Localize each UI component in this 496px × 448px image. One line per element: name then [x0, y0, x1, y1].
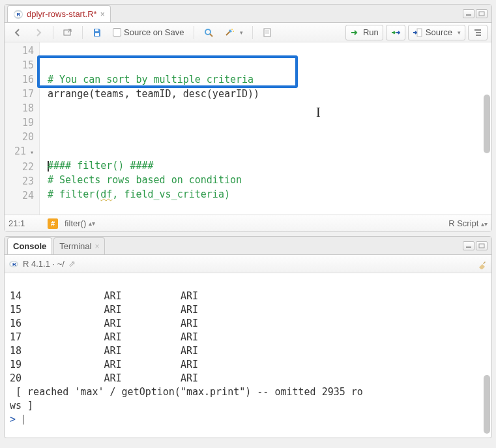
svg-rect-7	[95, 33, 99, 36]
updown-icon: ▴▾	[481, 220, 488, 228]
code-line-21: #### filter() ####	[48, 160, 154, 172]
svg-text:R: R	[12, 261, 16, 267]
window-buttons	[463, 5, 491, 22]
console-pane: Console Terminal × R R 4.1.1 · ~/ ⇗ 14 A…	[4, 236, 492, 438]
console-row: 18 ARI ARI	[10, 345, 198, 357]
svg-rect-21	[479, 244, 484, 248]
close-icon[interactable]: ×	[95, 242, 99, 251]
source-toolbar: Source on Save ▾ Run Source ▾	[5, 23, 491, 42]
editor[interactable]: 14 15 16 17 18 19 20 21 ▾ 22 23 24 # You…	[5, 42, 491, 215]
svg-rect-3	[466, 14, 471, 16]
code-area[interactable]: # You can sort by multiple criteria arra…	[40, 42, 491, 215]
svg-text:R: R	[17, 12, 21, 18]
svg-point-9	[231, 29, 233, 30]
source-button[interactable]: Source ▾	[408, 25, 465, 40]
section-nav[interactable]: # filter() ▴▾	[48, 218, 95, 229]
r-logo-icon: R	[8, 259, 19, 269]
source-tabbar: R dplyr-rows-start.R* ×	[5, 5, 491, 23]
outline-button[interactable]	[468, 25, 488, 40]
code-line-22: # Selects rows based on condition	[48, 174, 242, 186]
back-button[interactable]	[8, 25, 27, 40]
clear-console-icon[interactable]	[477, 259, 488, 269]
console-row: 15 ARI ARI	[10, 304, 198, 316]
save-button[interactable]	[88, 25, 106, 40]
code-line-15: # You can sort by multiple criteria	[48, 74, 254, 85]
scrollbar-thumb[interactable]	[484, 95, 490, 153]
code-line-24	[48, 203, 53, 215]
source-icon	[413, 27, 423, 38]
line-gutter: 14 15 16 17 18 19 20 21 ▾ 22 23 24	[5, 42, 40, 215]
source-button-label: Source	[426, 27, 452, 37]
show-in-new-window-button[interactable]	[59, 25, 77, 40]
code-tools-button[interactable]: ▾	[220, 25, 247, 40]
console-header: R 4.1.1 · ~/	[23, 259, 65, 269]
text-cursor-icon: I	[316, 105, 321, 119]
code-line-16: arrange(teams, teamID, desc(yearID))	[48, 88, 259, 100]
console-prompt-line[interactable]: >	[10, 413, 23, 425]
console-row: 14 ARI ARI	[10, 290, 198, 302]
console-row: 17 ARI ARI	[10, 331, 198, 343]
hash-icon: #	[48, 218, 58, 229]
svg-point-8	[205, 29, 211, 35]
console-tab-label: Console	[13, 241, 46, 251]
console-footer-1: [ reached 'max' / getOption("max.print")…	[10, 386, 363, 398]
source-pane: R dplyr-rows-start.R* × Source on Save ▾…	[4, 4, 492, 232]
code-line-19	[48, 131, 53, 143]
scrollbar-thumb[interactable]	[484, 375, 490, 434]
source-on-save-label: Source on Save	[124, 27, 184, 37]
svg-point-10	[233, 31, 234, 32]
rerun-button[interactable]	[386, 25, 405, 40]
console-toolbar: R R 4.1.1 · ~/ ⇗	[5, 255, 491, 273]
svg-rect-16	[417, 29, 422, 37]
source-statusbar: 21:1 # filter() ▴▾ R Script ▴▾	[5, 215, 491, 231]
forward-button[interactable]	[29, 25, 48, 40]
run-icon	[350, 27, 360, 38]
source-on-save-toggle[interactable]: Source on Save	[109, 25, 188, 39]
console-row: 19 ARI ARI	[10, 359, 198, 370]
terminal-tab[interactable]: Terminal ×	[53, 237, 105, 254]
r-file-icon: R	[13, 9, 23, 20]
maximize-button[interactable]	[476, 9, 488, 18]
run-label: Run	[363, 27, 379, 37]
code-line-20	[48, 145, 53, 157]
console-output[interactable]: 14 ARI ARI 15 ARI ARI 16 ARI ARI 17 ARI …	[5, 273, 491, 438]
console-tabbar: Console Terminal ×	[5, 237, 491, 255]
minimize-button[interactable]	[463, 241, 474, 250]
terminal-tab-label: Terminal	[59, 241, 91, 251]
console-row: 20 ARI ARI	[10, 372, 198, 384]
language-label: R Script	[448, 218, 478, 228]
console-row: 16 ARI ARI	[10, 318, 198, 329]
minimize-button[interactable]	[463, 9, 474, 18]
code-line-17	[48, 102, 53, 114]
find-button[interactable]	[199, 25, 218, 40]
console-tab[interactable]: Console	[7, 237, 52, 254]
compile-report-button[interactable]	[258, 25, 276, 40]
language-selector[interactable]: R Script ▴▾	[448, 218, 488, 228]
code-line-18	[48, 117, 53, 128]
code-line-14	[48, 59, 53, 71]
updown-icon: ▴▾	[89, 220, 95, 227]
window-buttons	[463, 237, 491, 254]
close-icon[interactable]: ×	[100, 10, 105, 19]
source-tab-active[interactable]: R dplyr-rows-start.R* ×	[7, 5, 111, 22]
cursor-position: 21:1	[8, 218, 48, 228]
svg-rect-20	[466, 246, 471, 248]
run-button[interactable]: Run	[345, 25, 383, 40]
checkbox-icon	[113, 28, 121, 37]
svg-rect-4	[479, 12, 484, 16]
maximize-button[interactable]	[476, 241, 488, 250]
svg-rect-6	[95, 29, 98, 31]
svg-rect-11	[264, 29, 270, 37]
section-name: filter()	[65, 218, 86, 228]
console-footer-2: ws ]	[10, 400, 33, 411]
source-tab-label: dplyr-rows-start.R*	[27, 9, 97, 19]
code-line-23: # filter(df, field_vs_criteria)	[48, 188, 230, 200]
console-path-icon[interactable]: ⇗	[68, 259, 76, 269]
